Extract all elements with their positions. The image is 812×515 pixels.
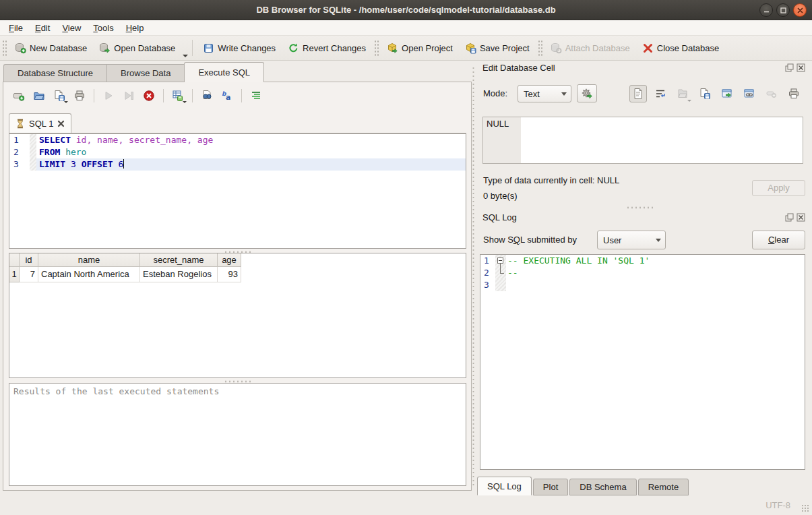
- open-database-button[interactable]: Open Database: [93, 39, 181, 57]
- attach-database-icon: [551, 42, 562, 54]
- sql-code-editor[interactable]: 1SELECT id, name, secret_name, age2FROM …: [9, 133, 466, 249]
- tab-browse-data[interactable]: Browse Data: [106, 64, 184, 82]
- close-database-button[interactable]: Close Database: [636, 39, 726, 57]
- table-cell[interactable]: 7: [20, 267, 38, 282]
- execute-sql-pane: ba SQL 1 1SELECT id, name, secret_name, …: [3, 82, 472, 491]
- menu-file[interactable]: File: [3, 22, 29, 34]
- dock-float-icon[interactable]: [785, 213, 794, 222]
- menu-view[interactable]: View: [56, 22, 87, 34]
- toolbar-handle[interactable]: [374, 40, 379, 56]
- editor-line: 1SELECT id, name, secret_name, age: [9, 134, 466, 146]
- dock-tab-sql-log[interactable]: SQL Log: [477, 477, 532, 495]
- table-cell[interactable]: Captain North America: [38, 267, 140, 282]
- dock-tab-db-schema[interactable]: DB Schema: [569, 479, 636, 495]
- dock-close-icon[interactable]: [797, 213, 805, 222]
- dock-tab-plot[interactable]: Plot: [533, 479, 568, 495]
- execute-all-button[interactable]: [100, 88, 117, 104]
- column-header-age[interactable]: age: [218, 253, 241, 267]
- line-number: 1: [480, 255, 495, 267]
- sql-log-view[interactable]: 1-- EXECUTING ALL IN 'SQL 1'2--3: [480, 254, 805, 470]
- open-database-label: Open Database: [114, 43, 175, 53]
- open-in-external-app-button[interactable]: [718, 85, 736, 102]
- stop-execution-button[interactable]: [140, 88, 158, 104]
- close-database-label: Close Database: [657, 43, 720, 53]
- dock-splitter[interactable]: [472, 66, 476, 487]
- fold-margin: [495, 267, 506, 279]
- main-tab-bar: Database StructureBrowse DataExecute SQL: [3, 64, 264, 82]
- column-header-name[interactable]: name: [38, 253, 140, 267]
- new-database-button[interactable]: New Database: [9, 39, 93, 57]
- clear-log-button[interactable]: Clear: [752, 231, 805, 249]
- dock-close-icon[interactable]: [797, 63, 805, 72]
- save-results-button[interactable]: [169, 88, 187, 104]
- copy-as-link-icon: [743, 88, 755, 100]
- export-data-button[interactable]: [696, 85, 714, 102]
- open-database-dropdown-icon[interactable]: [183, 55, 188, 57]
- open-in-external-app-icon: [721, 88, 733, 100]
- token-kw: SELECT: [39, 135, 71, 145]
- apply-auto-button[interactable]: [577, 84, 597, 102]
- find-replace-button[interactable]: [198, 88, 216, 104]
- cell-value-editor[interactable]: NULL: [482, 117, 803, 164]
- row-header[interactable]: 1: [9, 267, 20, 282]
- apply-button[interactable]: Apply: [752, 180, 805, 196]
- column-header-secret_name[interactable]: secret_name: [140, 253, 218, 267]
- menu-edit[interactable]: Edit: [29, 22, 56, 34]
- revert-changes-button[interactable]: Revert Changes: [282, 39, 372, 57]
- results-message-box[interactable]: Results of the last executed statements: [9, 383, 466, 486]
- token-kw: FROM: [39, 147, 60, 157]
- toolbar-handle[interactable]: [2, 40, 7, 56]
- chevron-down-icon: [656, 239, 661, 242]
- word-wrap-button[interactable]: [652, 85, 669, 102]
- set-null-button[interactable]: [763, 85, 780, 102]
- save-sql-file-button[interactable]: [51, 88, 68, 104]
- fold-collapse-icon[interactable]: [497, 258, 503, 264]
- word-wrap-icon: [654, 88, 666, 100]
- auto-complete-button[interactable]: ba: [218, 88, 236, 104]
- mode-value: Text: [524, 89, 556, 99]
- tab-close-icon[interactable]: [57, 120, 65, 127]
- table-corner-cell[interactable]: [9, 253, 20, 267]
- editor-line: 3LIMIT 3 OFFSET 6: [9, 158, 466, 171]
- copy-as-link-button[interactable]: [741, 85, 758, 102]
- dock-float-icon[interactable]: [785, 63, 794, 72]
- maximize-icon: [779, 6, 788, 15]
- new-database-label: New Database: [30, 43, 87, 53]
- dock-tab-remote[interactable]: Remote: [638, 479, 689, 495]
- log-filter-combobox[interactable]: User: [597, 231, 666, 249]
- table-cell[interactable]: 93: [218, 267, 241, 282]
- fold-margin: [30, 134, 36, 146]
- text-mode-button[interactable]: [629, 85, 647, 102]
- column-header-id[interactable]: id: [20, 253, 38, 267]
- open-new-tab-button[interactable]: [10, 88, 28, 104]
- import-data-button[interactable]: [674, 85, 691, 102]
- table-cell[interactable]: Esteban Rogelios: [140, 267, 218, 282]
- print-sql-button[interactable]: [71, 88, 88, 104]
- open-sql-file-button[interactable]: [30, 88, 48, 104]
- maximize-button[interactable]: [776, 3, 790, 17]
- title-bar[interactable]: DB Browser for SQLite - /home/user/code/…: [0, 0, 812, 20]
- attach-database-button[interactable]: Attach Database: [544, 39, 636, 57]
- mode-combobox[interactable]: Text: [518, 85, 571, 102]
- hourglass-icon: [15, 119, 25, 129]
- execute-to-line-button[interactable]: [120, 88, 137, 104]
- format-sql-button[interactable]: [247, 88, 265, 104]
- mode-label: Mode:: [483, 88, 507, 98]
- minimize-button[interactable]: [759, 3, 773, 17]
- sql-file-tab[interactable]: SQL 1: [9, 113, 71, 133]
- open-project-button[interactable]: Open Project: [381, 39, 459, 57]
- token-kw: OFFSET: [82, 159, 113, 169]
- cell-log-splitter[interactable]: [627, 206, 654, 210]
- import-data-icon: [677, 88, 689, 100]
- token-pl: [60, 147, 65, 157]
- menu-help[interactable]: Help: [120, 22, 150, 34]
- toolbar-handle[interactable]: [538, 40, 542, 56]
- write-changes-button[interactable]: Write Changes: [197, 39, 282, 57]
- tab-database-structure[interactable]: Database Structure: [3, 64, 106, 82]
- print-cell-button[interactable]: [785, 85, 803, 102]
- tab-execute-sql[interactable]: Execute SQL: [184, 62, 264, 82]
- save-project-button[interactable]: Save Project: [459, 39, 536, 57]
- resize-grip[interactable]: [801, 504, 810, 513]
- close-button[interactable]: [793, 3, 807, 17]
- menu-tools[interactable]: Tools: [87, 22, 119, 34]
